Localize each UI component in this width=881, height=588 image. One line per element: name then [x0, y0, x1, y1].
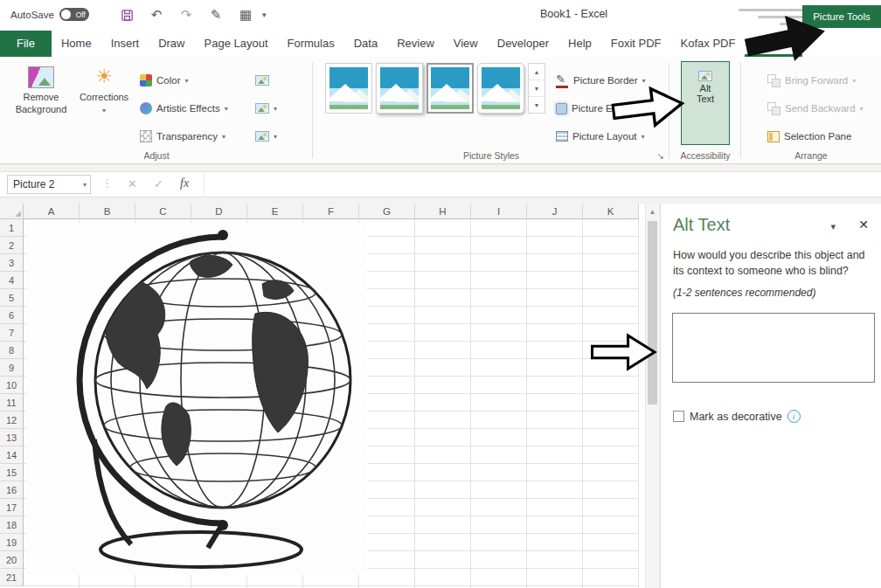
row-header-11[interactable]: 11 [0, 394, 24, 412]
row-header-9[interactable]: 9 [0, 359, 24, 377]
column-header-a[interactable]: A [24, 204, 80, 219]
picture-style-thumbnail[interactable] [477, 63, 524, 114]
row-header-13[interactable]: 13 [0, 429, 24, 446]
row-header-18[interactable]: 18 [0, 516, 24, 534]
row-header-10[interactable]: 10 [0, 377, 24, 394]
compress-pictures-icon [255, 75, 269, 86]
row-header-21[interactable]: 21 [0, 569, 24, 586]
change-picture-icon [255, 103, 269, 114]
row-header-15[interactable]: 15 [0, 464, 24, 481]
change-picture-button[interactable]: ▾ [255, 97, 277, 120]
row-header-4[interactable]: 4 [0, 272, 24, 289]
row-header-20[interactable]: 20 [0, 551, 24, 569]
toggle-knob-icon [61, 10, 71, 19]
name-box[interactable]: Picture 2 ▾ [7, 175, 91, 194]
alt-text-input[interactable] [672, 313, 875, 383]
pen-icon[interactable]: ✎ [201, 4, 231, 25]
bring-forward-button[interactable]: Bring Forward ▾ [767, 69, 856, 92]
send-backward-button[interactable]: Send Backward ▾ [767, 97, 864, 120]
picture-style-thumbnail[interactable] [376, 63, 423, 114]
formula-input[interactable] [204, 172, 881, 197]
corrections-button[interactable]: ☀ Corrections ▾ [75, 62, 133, 116]
column-header-h[interactable]: H [415, 204, 471, 219]
undo-icon[interactable]: ↶ [142, 4, 171, 25]
column-header-i[interactable]: I [471, 204, 527, 219]
close-icon[interactable]: ✕ [858, 218, 869, 232]
mark-decorative-checkbox[interactable] [673, 411, 684, 422]
info-icon[interactable]: i [787, 410, 801, 423]
tab-home[interactable]: Home [52, 31, 101, 57]
insert-function-icon[interactable]: fx [180, 176, 189, 190]
row-header-5[interactable]: 5 [0, 289, 24, 307]
picture-style-thumbnail[interactable] [427, 63, 474, 114]
tab-foxit-pdf[interactable]: Foxit PDF [601, 31, 671, 57]
row-header-19[interactable]: 19 [0, 534, 24, 551]
autosave-control[interactable]: AutoSave Off [10, 8, 89, 21]
column-header-f[interactable]: F [303, 204, 359, 219]
customize-qat-icon[interactable]: ▾ [262, 10, 267, 19]
tab-formulas[interactable]: Formulas [278, 31, 344, 57]
cancel-icon[interactable]: ✕ [128, 177, 137, 190]
tab-kofax-pdf[interactable]: Kofax PDF [671, 31, 746, 57]
alt-text-button[interactable]: Alt Text [681, 61, 730, 145]
color-button[interactable]: Color ▾ [140, 69, 189, 92]
bring-forward-icon [767, 74, 780, 87]
column-header-d[interactable]: D [191, 204, 247, 219]
gallery-scroll-up-icon[interactable]: ▲ [529, 64, 545, 80]
column-header-k[interactable]: K [583, 204, 639, 219]
reset-picture-button[interactable]: ▾ [255, 125, 277, 148]
remove-background-label: Remove Background [16, 92, 67, 114]
globe-picture[interactable] [26, 223, 367, 575]
tab-page-layout[interactable]: Page Layout [195, 31, 278, 57]
compress-pictures-button[interactable] [255, 69, 269, 92]
scrollbar-thumb[interactable] [648, 221, 657, 405]
alt-text-label-line2: Text [682, 93, 729, 104]
tab-insert[interactable]: Insert [101, 31, 149, 57]
column-header-b[interactable]: B [80, 204, 135, 219]
scroll-up-icon[interactable]: ▲ [646, 204, 659, 219]
row-header-2[interactable]: 2 [0, 237, 24, 254]
chevron-down-icon[interactable]: ▾ [83, 181, 87, 189]
tab-data[interactable]: Data [344, 31, 387, 57]
column-header-c[interactable]: C [135, 204, 191, 219]
tab-help[interactable]: Help [558, 31, 601, 57]
remove-background-button[interactable]: Remove Background [10, 62, 72, 116]
tab-file[interactable]: File [0, 31, 52, 57]
tab-view[interactable]: View [444, 31, 488, 57]
vertical-scrollbar[interactable]: ▲ [645, 204, 659, 588]
row-header-6[interactable]: 6 [0, 307, 24, 324]
transparency-button[interactable]: Transparency ▾ [140, 125, 225, 148]
row-header-17[interactable]: 17 [0, 499, 24, 516]
row-header-14[interactable]: 14 [0, 446, 24, 464]
row-header-12[interactable]: 12 [0, 412, 24, 429]
picture-style-thumbnail[interactable] [325, 63, 372, 114]
artistic-effects-button[interactable]: Artistic Effects ▾ [140, 97, 228, 120]
row-header-3[interactable]: 3 [0, 254, 24, 272]
picture-border-icon [556, 73, 569, 88]
transparency-label: Transparency [156, 131, 218, 142]
autosave-toggle[interactable]: Off [59, 8, 89, 21]
grid-icon[interactable]: ▦ [231, 4, 260, 25]
tab-draw[interactable]: Draw [149, 31, 194, 57]
picture-border-label: Picture Border [573, 75, 638, 86]
select-all-corner[interactable] [0, 204, 24, 219]
tab-developer[interactable]: Developer [488, 31, 558, 57]
gallery-more-icon[interactable]: ▼ [529, 97, 545, 113]
save-icon[interactable] [112, 4, 142, 25]
tab-review[interactable]: Review [387, 31, 444, 57]
gallery-scroll-down-icon[interactable]: ▼ [529, 80, 545, 97]
chevron-down-icon[interactable]: ▾ [830, 221, 836, 232]
column-header-j[interactable]: J [527, 204, 583, 219]
picture-styles-gallery [325, 63, 524, 114]
redo-icon[interactable]: ↷ [171, 4, 201, 25]
row-header-8[interactable]: 8 [0, 342, 24, 359]
row-header-7[interactable]: 7 [0, 324, 24, 342]
row-header-16[interactable]: 16 [0, 481, 24, 499]
row-header-1[interactable]: 1 [0, 219, 24, 237]
autosave-label: AutoSave [10, 10, 54, 20]
selection-pane-button[interactable]: Selection Pane [767, 125, 851, 148]
enter-icon[interactable]: ✓ [154, 177, 163, 190]
column-header-e[interactable]: E [247, 204, 303, 219]
thumbnail-image [330, 67, 368, 109]
column-header-g[interactable]: G [359, 204, 415, 219]
